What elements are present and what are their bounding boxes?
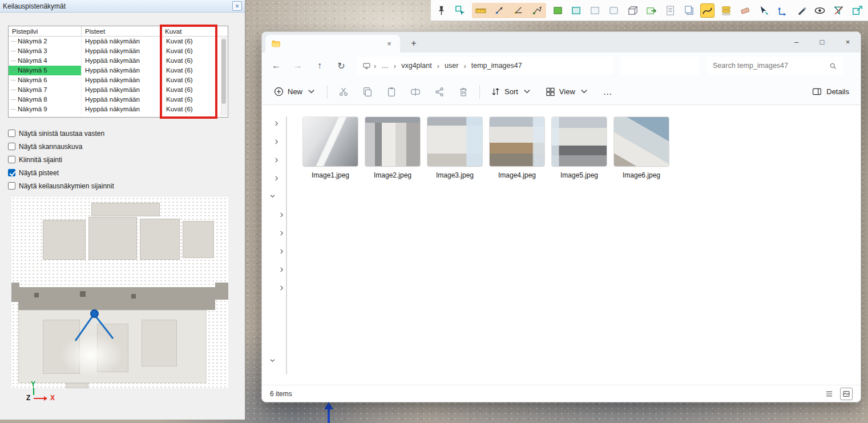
file-list[interactable]: Image1.jpeg Image2.jpeg Image3.jpeg Imag… — [288, 105, 861, 385]
checkbox-icon[interactable] — [8, 130, 15, 137]
image-thumbnail[interactable] — [427, 117, 482, 166]
thumbnail-view-toggle[interactable] — [840, 388, 853, 400]
row-name[interactable]: Näkymä 6 — [9, 75, 82, 85]
checkbox-icon[interactable] — [8, 156, 15, 163]
paste-button[interactable] — [381, 82, 402, 102]
table-row[interactable]: Näkymä 8 Hyppää näkymään Kuvat (6) — [9, 95, 228, 104]
chevron-right-icon[interactable] — [273, 156, 281, 164]
row-name[interactable]: Näkymä 9 — [9, 104, 82, 114]
chevron-right-icon[interactable] — [278, 265, 286, 273]
row-jump-link[interactable]: Hyppää näkymään — [82, 66, 162, 75]
curve-tool-icon[interactable] — [700, 3, 714, 18]
more-options-icon[interactable]: … — [597, 87, 619, 97]
row-images-link[interactable]: Kuvat (6) — [162, 56, 219, 66]
pick-select-icon[interactable] — [757, 3, 771, 18]
row-jump-link[interactable]: Hyppää näkymään — [82, 75, 162, 85]
row-jump-link[interactable]: Hyppää näkymään — [82, 46, 162, 56]
breadcrumb-vxg4plant[interactable]: vxg4plant — [399, 61, 434, 71]
chevron-right-icon[interactable] — [278, 284, 286, 292]
row-images-link[interactable]: Kuvat (6) — [162, 95, 219, 104]
box-outline-b-icon[interactable] — [607, 3, 621, 18]
image-thumbnail[interactable] — [303, 117, 358, 166]
row-name[interactable]: Näkymä 8 — [9, 95, 82, 104]
box-teal-icon[interactable] — [570, 3, 584, 18]
chevron-right-icon[interactable] — [278, 211, 286, 219]
box-outline-a-icon[interactable] — [588, 3, 602, 18]
table-row[interactable]: Näkymä 6 Hyppää näkymään Kuvat (6) — [9, 75, 228, 85]
notes-icon[interactable] — [663, 3, 677, 18]
scrollbar-thumb[interactable] — [222, 39, 225, 103]
measure-angle-icon[interactable] — [511, 3, 526, 18]
box-export-icon[interactable] — [644, 3, 659, 18]
checkbox-icon[interactable] — [8, 182, 15, 190]
file-item[interactable]: Image1.jpeg — [303, 117, 358, 179]
row-name[interactable]: Näkymä 2 — [9, 37, 82, 46]
column-pistepilvi[interactable]: Pistepilvi — [9, 26, 82, 36]
table-row-selected[interactable]: Näkymä 5 Hyppää näkymään Kuvat (6) — [9, 66, 228, 75]
view-button[interactable]: View — [540, 83, 594, 100]
row-name[interactable]: Näkymä 4 — [9, 56, 82, 66]
scan-position-marker[interactable] — [90, 309, 99, 318]
breadcrumb-overflow[interactable]: … — [379, 61, 391, 71]
pointcloud-map-preview[interactable] — [11, 197, 228, 388]
file-item[interactable]: Image6.jpeg — [614, 117, 669, 179]
axis-move-icon[interactable] — [776, 3, 790, 18]
table-row[interactable]: Näkymä 3 Hyppää näkymään Kuvat (6) — [9, 46, 228, 56]
checkbox-show-points[interactable]: Näytä pisteet — [8, 166, 236, 179]
breadcrumb-temp-images47[interactable]: temp_images47 — [469, 61, 524, 71]
checkbox-lock-position[interactable]: Kiinnitä sijainti — [8, 153, 236, 166]
new-button[interactable]: New — [269, 83, 321, 100]
forward-button[interactable]: → — [288, 57, 308, 75]
row-name[interactable]: Näkymä 3 — [9, 46, 82, 56]
file-item[interactable]: Image2.jpeg — [365, 117, 420, 179]
table-scrollbar[interactable] — [221, 38, 227, 115]
chevron-right-icon[interactable] — [273, 138, 281, 146]
explorer-tab[interactable]: × — [265, 35, 400, 53]
details-button[interactable]: Details — [807, 83, 854, 100]
row-images-link[interactable]: Kuvat (6) — [162, 75, 219, 85]
measure-point-icon[interactable] — [492, 3, 507, 18]
row-name[interactable]: Näkymä 5 — [9, 66, 82, 75]
row-jump-link[interactable]: Hyppää näkymään — [82, 104, 162, 114]
checkbox-show-scan-locations[interactable]: Näytä keilausnäkymien sijainnit — [8, 179, 236, 192]
checkbox-scan-image[interactable]: Näytä skannauskuva — [8, 140, 236, 153]
marker-pen-icon[interactable] — [794, 3, 809, 18]
new-tab-button[interactable]: + — [406, 35, 422, 51]
measure-route-icon[interactable] — [530, 3, 544, 18]
checkbox-blue-background[interactable]: Näytä sinistä taustaa vasten — [8, 127, 236, 140]
details-view-toggle[interactable] — [823, 388, 835, 400]
open-window-icon[interactable] — [850, 3, 865, 18]
pin-icon[interactable] — [434, 3, 449, 18]
file-item[interactable]: Image3.jpeg — [427, 117, 482, 179]
box-green-icon[interactable] — [551, 3, 565, 18]
close-button[interactable]: × — [835, 32, 861, 51]
minimize-button[interactable]: – — [784, 32, 809, 51]
row-jump-link[interactable]: Hyppää näkymään — [82, 85, 162, 95]
up-button[interactable]: ↑ — [310, 57, 329, 75]
chevron-down-icon[interactable] — [269, 192, 277, 200]
row-jump-link[interactable]: Hyppää näkymään — [82, 37, 162, 46]
panel-close-button[interactable]: × — [232, 1, 242, 11]
checkbox-icon[interactable] — [8, 169, 15, 176]
row-images-link[interactable]: Kuvat (6) — [162, 104, 219, 114]
eraser-icon[interactable] — [738, 3, 752, 18]
table-row[interactable]: Näkymä 2 Hyppää näkymään Kuvat (6) — [9, 37, 228, 46]
chevron-right-icon[interactable] — [273, 174, 281, 182]
delete-button[interactable] — [453, 82, 474, 102]
file-item[interactable]: Image4.jpeg — [490, 117, 544, 179]
transform-select-icon[interactable] — [453, 3, 467, 18]
cut-button[interactable] — [333, 82, 354, 102]
navigation-pane[interactable] — [262, 105, 288, 385]
row-name[interactable]: Näkymä 7 — [9, 85, 82, 95]
rename-button[interactable] — [405, 82, 426, 102]
sort-button[interactable]: Sort — [486, 83, 537, 100]
address-bar-extension[interactable] — [620, 57, 699, 75]
row-images-link[interactable]: Kuvat (6) — [162, 37, 219, 46]
image-thumbnail[interactable] — [614, 117, 669, 166]
table-row[interactable]: Näkymä 9 Hyppää näkymään Kuvat (6) — [9, 104, 228, 114]
address-bar[interactable]: › … › vxg4plant › user › temp_images47 — [357, 57, 613, 75]
ruler-icon[interactable] — [474, 3, 488, 18]
back-button[interactable]: ← — [267, 57, 286, 75]
table-row[interactable]: Näkymä 4 Hyppää näkymään Kuvat (6) — [9, 56, 228, 66]
image-thumbnail[interactable] — [365, 117, 420, 166]
